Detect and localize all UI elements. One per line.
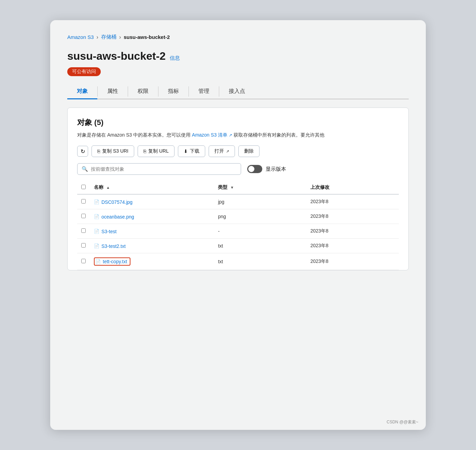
- file-icon: 📄: [94, 214, 99, 219]
- breadcrumb-sep-2: ›: [119, 34, 121, 40]
- desc-prefix: 对象是存储在 Amazon S3 中的基本实体。您可以使用: [77, 132, 191, 138]
- search-icon: 🔍: [82, 166, 88, 172]
- row-checkbox[interactable]: [81, 199, 86, 203]
- file-link[interactable]: oceanbase.png: [101, 214, 134, 220]
- copy-url-button[interactable]: ⎘ 复制 URL: [138, 145, 174, 157]
- download-icon: ⬇: [184, 149, 188, 154]
- row-checkbox[interactable]: [81, 228, 86, 233]
- breadcrumb-current: susu-aws-bucket-2: [124, 34, 170, 40]
- tabs-bar: 对象 属性 权限 指标 管理 接入点: [67, 84, 409, 99]
- file-icon: 📄: [94, 199, 99, 205]
- toolbar: ↻ ⎘ 复制 S3 URI ⎘ 复制 URL ⬇ 下载 打开 ↗ 删除: [77, 145, 399, 157]
- public-access-badge: 可公有访问: [67, 67, 101, 76]
- table-row: 📄 oceanbase.png png2023年8: [77, 209, 399, 224]
- page-title: susu-aws-bucket-2: [67, 50, 166, 62]
- page-title-row: susu-aws-bucket-2 信息: [67, 50, 409, 62]
- file-modified: 2023年8: [306, 224, 399, 239]
- col-header-name: 名称: [94, 184, 103, 190]
- file-link[interactable]: DSC07574.jpg: [101, 199, 132, 205]
- breadcrumb-buckets[interactable]: 存储桶: [101, 34, 116, 40]
- breadcrumb: Amazon S3 › 存储桶 › susu-aws-bucket-2: [67, 34, 409, 40]
- row-checkbox[interactable]: [81, 259, 86, 263]
- copy-url-icon: ⎘: [143, 149, 146, 154]
- objects-table-container: 名称 ▲ 类型 ▼ 上次修改 📄 DSC0757: [77, 181, 399, 270]
- breadcrumb-amazon-s3[interactable]: Amazon S3: [67, 34, 94, 40]
- open-button[interactable]: 打开 ↗: [209, 145, 235, 157]
- file-type: png: [214, 209, 306, 224]
- file-link[interactable]: S3-test: [101, 229, 116, 234]
- file-modified: 2023年8: [306, 194, 399, 209]
- refresh-icon: ↻: [81, 148, 85, 155]
- col-header-type: 类型: [218, 184, 227, 190]
- file-modified: 2023年8: [306, 253, 399, 270]
- select-all-checkbox[interactable]: [81, 185, 86, 189]
- copy-s3-uri-button[interactable]: ⎘ 复制 S3 URI: [92, 145, 134, 157]
- version-toggle[interactable]: [247, 165, 262, 173]
- table-row: 📄 S3-test -2023年8: [77, 224, 399, 239]
- file-type: txt: [214, 239, 306, 253]
- row-checkbox[interactable]: [81, 243, 86, 248]
- tab-permissions[interactable]: 权限: [128, 84, 158, 99]
- objects-card: 对象 (5) 对象是存储在 Amazon S3 中的基本实体。您可以使用 Ama…: [67, 108, 409, 270]
- amazon-s3-inventory-link[interactable]: Amazon S3 清单: [192, 132, 227, 138]
- section-title: 对象 (5): [77, 117, 399, 128]
- copy-url-label: 复制 URL: [148, 148, 169, 154]
- table-row: 📄 tett-copy.txt txt2023年8: [77, 253, 399, 270]
- tab-metrics[interactable]: 指标: [158, 84, 188, 99]
- file-icon: 📄: [94, 229, 99, 234]
- tab-access-points[interactable]: 接入点: [219, 84, 255, 99]
- search-row: 🔍 显示版本: [77, 163, 399, 175]
- external-link-icon: ↗: [229, 133, 232, 138]
- copy-s3-uri-label: 复制 S3 URI: [102, 148, 128, 154]
- refresh-button[interactable]: ↻: [77, 146, 88, 157]
- version-toggle-label: 显示版本: [266, 166, 286, 172]
- delete-button[interactable]: 删除: [238, 145, 260, 157]
- file-link[interactable]: S3-test2.txt: [101, 243, 126, 249]
- section-desc: 对象是存储在 Amazon S3 中的基本实体。您可以使用 Amazon S3 …: [77, 131, 399, 139]
- search-input[interactable]: [91, 166, 237, 172]
- row-checkbox[interactable]: [81, 214, 86, 218]
- table-row: 📄 DSC07574.jpg jpg2023年8: [77, 194, 399, 209]
- col-header-modified: 上次修改: [310, 184, 330, 190]
- sort-asc-icon[interactable]: ▲: [106, 185, 110, 189]
- objects-table: 名称 ▲ 类型 ▼ 上次修改 📄 DSC0757: [77, 181, 399, 270]
- main-window: Amazon S3 › 存储桶 › susu-aws-bucket-2 susu…: [50, 20, 426, 430]
- file-icon: 📄: [95, 259, 101, 264]
- download-button[interactable]: ⬇ 下载: [178, 145, 205, 157]
- file-link[interactable]: tett-copy.txt: [103, 259, 127, 264]
- file-type: jpg: [214, 194, 306, 209]
- tab-properties[interactable]: 属性: [98, 84, 128, 99]
- copy-s3-uri-icon: ⎘: [97, 149, 100, 154]
- info-link[interactable]: 信息: [170, 55, 180, 61]
- search-box[interactable]: 🔍: [77, 163, 241, 175]
- download-label: 下载: [190, 148, 199, 154]
- file-type: txt: [214, 253, 306, 270]
- delete-label: 删除: [244, 148, 254, 154]
- tab-objects[interactable]: 对象: [67, 84, 97, 99]
- open-label: 打开: [214, 148, 224, 154]
- toggle-row: 显示版本: [247, 165, 286, 173]
- file-modified: 2023年8: [306, 239, 399, 253]
- file-type: -: [214, 224, 306, 239]
- desc-suffix: 获取存储桶中所有对象的列表。要允许其他: [234, 132, 324, 138]
- watermark: CSDN @@素素~: [387, 419, 418, 425]
- breadcrumb-sep-1: ›: [97, 34, 98, 40]
- tab-management[interactable]: 管理: [189, 84, 219, 99]
- external-icon: ↗: [226, 149, 229, 154]
- file-modified: 2023年8: [306, 209, 399, 224]
- file-icon: 📄: [94, 243, 99, 249]
- table-row: 📄 S3-test2.txt txt2023年8: [77, 239, 399, 253]
- type-sort-icon[interactable]: ▼: [230, 185, 234, 189]
